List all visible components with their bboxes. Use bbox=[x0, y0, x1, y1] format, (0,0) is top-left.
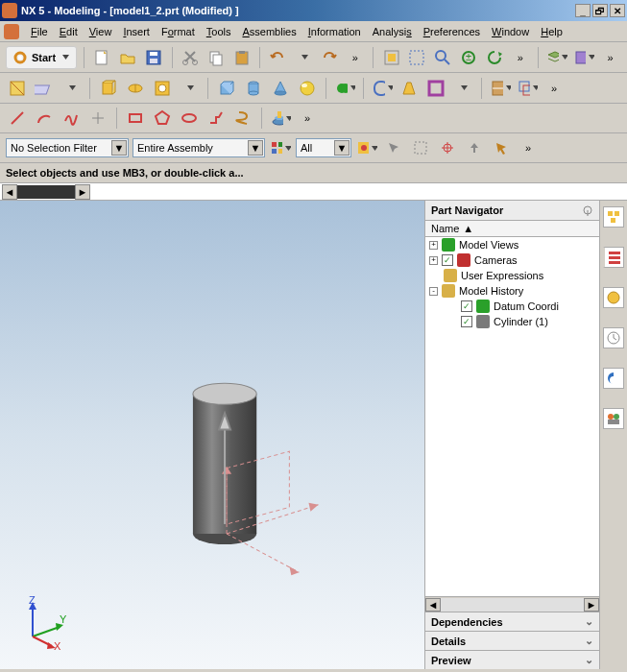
feature-dropdown[interactable] bbox=[178, 77, 201, 100]
pin-icon[interactable] bbox=[582, 204, 593, 216]
quickpick-button[interactable] bbox=[490, 136, 513, 159]
tab-ie[interactable] bbox=[603, 368, 624, 389]
spline-button[interactable] bbox=[60, 107, 83, 130]
unite-button[interactable] bbox=[333, 77, 356, 100]
all-filter-select[interactable]: All ▼ bbox=[296, 138, 351, 157]
menu-help[interactable]: Help bbox=[535, 24, 568, 39]
menu-view[interactable]: View bbox=[84, 24, 118, 39]
zoom-window-button[interactable] bbox=[406, 46, 428, 69]
helix-button[interactable] bbox=[231, 107, 254, 130]
expand-icon[interactable]: + bbox=[429, 241, 438, 250]
wcs-button[interactable] bbox=[572, 46, 595, 69]
overflow-6[interactable]: » bbox=[517, 136, 540, 159]
checkbox-icon[interactable]: ✓ bbox=[442, 254, 453, 266]
start-button[interactable]: Start bbox=[6, 46, 77, 69]
arc-button[interactable] bbox=[33, 107, 56, 130]
scroll-right-icon[interactable]: ► bbox=[584, 598, 599, 612]
block-button[interactable] bbox=[215, 77, 238, 100]
trim-button[interactable] bbox=[489, 77, 512, 100]
checkbox-icon[interactable]: ✓ bbox=[461, 300, 472, 312]
datum-dropdown[interactable] bbox=[60, 77, 83, 100]
drafting-button[interactable] bbox=[269, 107, 292, 130]
shell-button[interactable] bbox=[424, 77, 447, 100]
titlebar[interactable]: NX 5 - Modeling - [model1_2.prt (Modifie… bbox=[0, 0, 627, 21]
cross-sel-button[interactable] bbox=[436, 136, 459, 159]
layers-button[interactable] bbox=[545, 46, 568, 69]
extrude-button[interactable] bbox=[97, 77, 120, 100]
up-one-button[interactable] bbox=[463, 136, 486, 159]
menu-analysis[interactable]: Analysis bbox=[367, 24, 418, 39]
scroll-right-button[interactable]: ► bbox=[75, 184, 90, 200]
minimize-button[interactable]: _ bbox=[575, 4, 591, 17]
profile-button[interactable] bbox=[205, 107, 228, 130]
rectangle-button[interactable] bbox=[124, 107, 147, 130]
menu-assemblies[interactable]: Assemblies bbox=[236, 24, 301, 39]
rotate-button[interactable] bbox=[483, 46, 505, 69]
overflow-2[interactable]: » bbox=[509, 46, 531, 69]
datum-plane-button[interactable] bbox=[33, 77, 56, 100]
sphere-button[interactable] bbox=[296, 77, 319, 100]
undo-dropdown[interactable] bbox=[293, 46, 315, 69]
offset-button[interactable] bbox=[516, 77, 539, 100]
tree-node[interactable]: +Model Views bbox=[425, 237, 599, 252]
edge-blend-button[interactable] bbox=[371, 77, 394, 100]
menu-preferences[interactable]: Preferences bbox=[418, 24, 486, 39]
revolve-button[interactable] bbox=[124, 77, 147, 100]
paste-button[interactable] bbox=[230, 46, 253, 69]
menu-tools[interactable]: Tools bbox=[201, 24, 237, 39]
box-sel-button[interactable] bbox=[409, 136, 432, 159]
details-section[interactable]: Details⌄ bbox=[425, 631, 599, 650]
tab-history[interactable] bbox=[603, 327, 624, 348]
point-button[interactable] bbox=[86, 107, 109, 130]
tree-node[interactable]: ✓Cylinder (1) bbox=[425, 314, 599, 329]
tab-assembly-nav[interactable] bbox=[603, 206, 624, 228]
graphics-viewport[interactable]: Z Y X bbox=[0, 201, 425, 669]
overflow-4[interactable]: » bbox=[543, 77, 566, 100]
tree-node[interactable]: ✓Datum Coordi bbox=[425, 299, 599, 314]
expand-icon[interactable]: - bbox=[429, 287, 438, 296]
sketch-button[interactable] bbox=[6, 77, 29, 100]
menu-edit[interactable]: Edit bbox=[54, 24, 84, 39]
zoom-in-out-button[interactable]: ± bbox=[458, 46, 480, 69]
cylinder-button[interactable] bbox=[242, 77, 265, 100]
overflow-1[interactable]: » bbox=[344, 46, 366, 69]
tree-scrollbar[interactable]: ◄ ► bbox=[425, 596, 599, 612]
menu-file[interactable]: File bbox=[25, 24, 54, 39]
general-sel-button[interactable] bbox=[382, 136, 405, 159]
menu-format[interactable]: Format bbox=[156, 24, 201, 39]
tree-node[interactable]: User Expressions bbox=[425, 268, 599, 283]
save-button[interactable] bbox=[143, 46, 165, 69]
fit-button[interactable] bbox=[380, 46, 402, 69]
new-button[interactable] bbox=[91, 46, 113, 69]
menu-window[interactable]: Window bbox=[486, 24, 535, 39]
menu-insert[interactable]: Insert bbox=[117, 24, 156, 39]
cut-button[interactable] bbox=[179, 46, 201, 69]
checkbox-icon[interactable]: ✓ bbox=[461, 316, 472, 327]
expand-icon[interactable]: + bbox=[429, 256, 438, 265]
type-filter-select[interactable]: No Selection Filter ▼ bbox=[6, 138, 129, 157]
tab-roles[interactable] bbox=[603, 408, 624, 429]
view-tab[interactable] bbox=[17, 185, 75, 199]
filter-toggle-button[interactable] bbox=[269, 136, 292, 159]
scroll-left-icon[interactable]: ◄ bbox=[425, 598, 441, 612]
panel-header[interactable]: Part Navigator bbox=[425, 201, 599, 221]
navigator-tree[interactable]: +Model Views+✓CamerasUser Expressions-Mo… bbox=[425, 237, 599, 596]
shell-dropdown[interactable] bbox=[451, 77, 474, 100]
column-header[interactable]: Name ▲ bbox=[425, 221, 599, 237]
zoom-button[interactable] bbox=[432, 46, 454, 69]
preview-section[interactable]: Preview⌄ bbox=[425, 650, 599, 669]
tab-reuse[interactable] bbox=[603, 287, 624, 308]
draft-button[interactable] bbox=[398, 77, 421, 100]
open-button[interactable] bbox=[117, 46, 139, 69]
tab-part-nav[interactable] bbox=[603, 247, 624, 268]
scroll-left-button[interactable]: ◄ bbox=[2, 184, 17, 200]
close-button[interactable]: ✕ bbox=[610, 4, 625, 17]
overflow-3[interactable]: » bbox=[599, 46, 621, 69]
hole-button[interactable] bbox=[151, 77, 174, 100]
polygon-button[interactable] bbox=[151, 107, 174, 130]
redo-button[interactable] bbox=[319, 46, 341, 69]
menu-information[interactable]: Information bbox=[302, 24, 367, 39]
cone-button[interactable] bbox=[269, 77, 292, 100]
undo-button[interactable] bbox=[267, 46, 289, 69]
copy-button[interactable] bbox=[205, 46, 227, 69]
